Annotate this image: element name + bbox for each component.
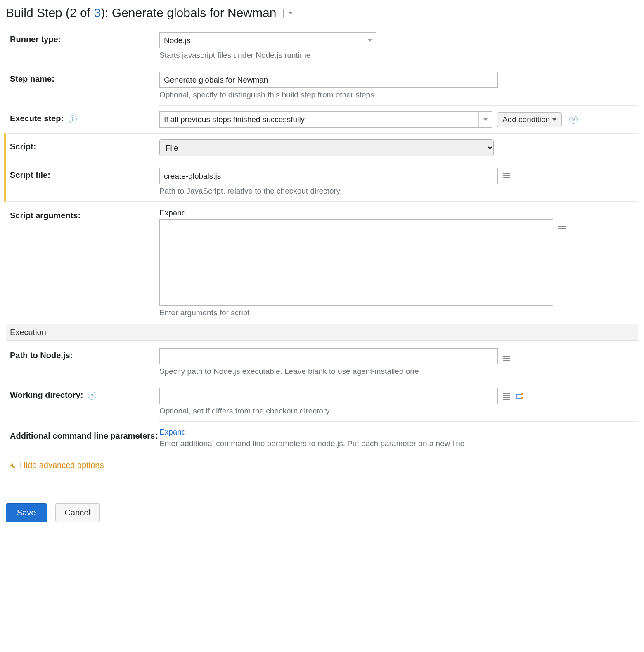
script-label: Script: xyxy=(6,139,159,151)
hide-advanced-options-label: Hide advanced options xyxy=(20,461,104,470)
script-file-help: Path to JavaScript, relative to the chec… xyxy=(159,187,638,196)
additional-params-help: Enter additional command line parameters… xyxy=(159,439,638,448)
script-arguments-expand-label: Expand: xyxy=(159,208,638,217)
title-step-current: 2 xyxy=(70,6,77,19)
chevron-down-icon xyxy=(478,112,492,127)
script-arguments-input[interactable] xyxy=(159,219,553,306)
step-name-input[interactable] xyxy=(159,72,498,88)
execute-step-value: If all previous steps finished successfu… xyxy=(160,115,478,124)
chevron-down-icon xyxy=(552,118,556,121)
working-directory-input[interactable] xyxy=(159,388,498,404)
step-name-label: Step name: xyxy=(6,72,159,84)
wrench-icon xyxy=(8,462,16,469)
step-name-help: Optional, specify to distinguish this bu… xyxy=(159,90,638,99)
page-title: Build Step (2 of 3): Generate globals fo… xyxy=(6,6,638,20)
add-condition-button[interactable]: Add condition xyxy=(497,112,562,127)
hide-advanced-options-toggle[interactable]: Hide advanced options xyxy=(8,461,638,470)
help-icon[interactable]: ? xyxy=(569,116,578,124)
title-step-total-link[interactable]: 3 xyxy=(94,6,101,19)
save-button[interactable]: Save xyxy=(6,503,47,522)
script-select[interactable]: File xyxy=(159,139,494,156)
execute-step-select[interactable]: If all previous steps finished successfu… xyxy=(159,111,492,128)
script-file-label: Script file: xyxy=(6,168,159,180)
list-icon[interactable] xyxy=(503,393,510,399)
path-to-nodejs-input[interactable] xyxy=(159,348,498,364)
script-arguments-help: Enter arguments for script xyxy=(159,308,638,317)
list-icon[interactable] xyxy=(558,222,566,227)
cancel-button[interactable]: Cancel xyxy=(55,503,100,522)
execution-section-header: Execution xyxy=(6,324,638,341)
working-directory-label: Working directory: ? xyxy=(6,388,159,400)
path-to-nodejs-help: Specify path to Node.js executable. Leav… xyxy=(159,367,638,376)
runner-type-help: Starts javascript files under Node.js ru… xyxy=(159,51,638,60)
title-divider: | xyxy=(282,7,284,19)
runner-type-label: Runner type: xyxy=(6,32,159,44)
chevron-down-icon xyxy=(363,33,376,48)
title-prefix: Build Step ( xyxy=(6,6,70,19)
additional-params-label: Additional command line parameters: xyxy=(6,428,159,442)
working-directory-help: Optional, set if differs from the checko… xyxy=(159,406,638,416)
additional-params-expand-link[interactable]: Expand xyxy=(159,428,638,437)
tree-icon[interactable] xyxy=(515,392,523,400)
list-icon[interactable] xyxy=(503,173,510,179)
script-arguments-label: Script arguments: xyxy=(6,208,159,220)
runner-type-value: Node.js xyxy=(160,36,363,45)
execute-step-label: Execute step: ? xyxy=(6,111,159,123)
list-icon[interactable] xyxy=(503,354,510,359)
title-suffix: ): Generate globals for Newman xyxy=(101,6,276,19)
help-icon[interactable]: ? xyxy=(69,115,77,123)
chevron-down-icon[interactable] xyxy=(288,12,293,14)
title-of: of xyxy=(77,6,94,19)
script-file-input[interactable] xyxy=(159,168,498,184)
path-to-nodejs-label: Path to Node.js: xyxy=(6,348,159,360)
help-icon[interactable]: ? xyxy=(88,392,96,400)
runner-type-select[interactable]: Node.js xyxy=(159,32,376,48)
add-condition-label: Add condition xyxy=(502,115,550,124)
